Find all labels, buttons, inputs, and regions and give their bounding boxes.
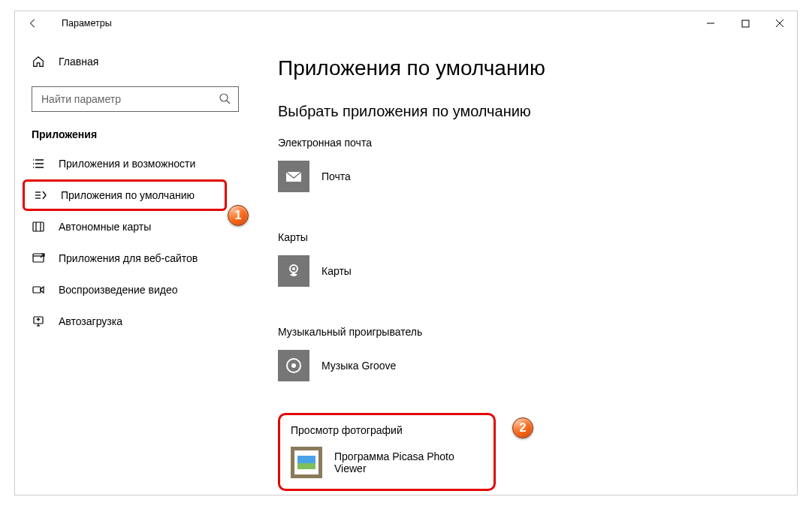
- sidebar-section-header: Приложения: [32, 128, 255, 140]
- sidebar-item-label: Приложения и возможности: [59, 158, 195, 170]
- annotation-badge-2: 2: [512, 417, 533, 438]
- category-maps-label: Карты: [278, 231, 774, 243]
- svg-line-5: [227, 101, 230, 104]
- groove-app-tile: [278, 350, 309, 381]
- maximize-icon: [741, 20, 750, 28]
- home-label: Главная: [59, 56, 98, 68]
- music-icon: [284, 356, 303, 375]
- sidebar-item-websites-apps[interactable]: Приложения для веб-сайтов: [15, 242, 255, 274]
- sidebar-item-label: Автономные карты: [59, 221, 151, 233]
- annotation-badge-1: 1: [228, 205, 249, 226]
- svg-rect-15: [33, 222, 44, 231]
- sidebar: Главная Приложения Приложения и возможно…: [15, 35, 255, 495]
- startup-icon: [32, 315, 45, 328]
- arrow-left-icon: [28, 18, 38, 29]
- titlebar: Параметры: [15, 11, 797, 35]
- home-icon: [32, 55, 45, 68]
- page-subtitle: Выбрать приложения по умолчанию: [278, 103, 774, 120]
- search-input[interactable]: [40, 92, 219, 106]
- default-apps-icon: [34, 188, 47, 202]
- category-email-label: Электронная почта: [278, 137, 774, 149]
- sidebar-item-video-playback[interactable]: Воспроизведение видео: [15, 274, 255, 306]
- maps-icon: [284, 261, 303, 281]
- maximize-button[interactable]: [728, 11, 762, 35]
- sidebar-item-label: Приложения по умолчанию: [61, 189, 195, 201]
- home-nav[interactable]: Главная: [15, 47, 255, 76]
- close-button[interactable]: [762, 11, 797, 35]
- sidebar-item-startup[interactable]: Автозагрузка: [15, 306, 255, 337]
- svg-rect-18: [33, 254, 44, 262]
- svg-point-26: [292, 267, 295, 270]
- svg-rect-20: [33, 287, 41, 293]
- sidebar-item-default-apps[interactable]: Приложения по умолчанию: [23, 179, 227, 211]
- app-name-label: Карты: [321, 265, 352, 277]
- app-name-label: Программа Picasa Photo Viewer: [334, 450, 483, 474]
- app-name-label: Почта: [321, 170, 351, 182]
- page-title: Приложения по умолчанию: [278, 56, 774, 80]
- picasa-app-tile: [291, 447, 322, 478]
- window-title: Параметры: [62, 18, 112, 29]
- category-music-label: Музыкальный проигрыватель: [278, 326, 774, 338]
- apps-list-icon: [32, 157, 45, 170]
- sidebar-item-label: Приложения для веб-сайтов: [59, 252, 198, 264]
- video-icon: [32, 283, 45, 297]
- close-icon: [775, 19, 784, 28]
- sidebar-item-label: Воспроизведение видео: [59, 284, 177, 296]
- minimize-icon: [706, 19, 715, 28]
- svg-point-4: [220, 94, 228, 101]
- default-app-music[interactable]: Музыка Groove: [278, 350, 774, 381]
- default-app-maps[interactable]: Карты: [278, 255, 774, 287]
- web-apps-icon: [32, 251, 45, 265]
- body: Главная Приложения Приложения и возможно…: [15, 35, 797, 495]
- minimize-button[interactable]: [693, 11, 728, 35]
- offline-maps-icon: [32, 220, 45, 233]
- search-box[interactable]: [32, 86, 239, 112]
- mail-icon: [284, 167, 303, 186]
- default-app-email[interactable]: Почта: [278, 161, 774, 192]
- svg-rect-1: [742, 20, 749, 27]
- back-button[interactable]: [15, 11, 51, 35]
- app-name-label: Музыка Groove: [321, 360, 396, 372]
- mail-app-tile: [278, 161, 309, 192]
- picasa-icon: [294, 450, 318, 474]
- window-controls: [693, 11, 797, 35]
- category-photos-callout: Просмотр фотографий Программа Picasa Pho…: [278, 413, 496, 491]
- maps-app-tile: [278, 255, 309, 287]
- sidebar-item-apps-features[interactable]: Приложения и возможности: [15, 148, 255, 179]
- category-photos-label: Просмотр фотографий: [291, 424, 483, 436]
- svg-point-28: [291, 363, 296, 368]
- search-icon: [219, 92, 231, 107]
- default-app-photos[interactable]: Программа Picasa Photo Viewer: [291, 447, 483, 478]
- sidebar-item-offline-maps[interactable]: Автономные карты: [15, 211, 255, 242]
- settings-window: Параметры Главная: [14, 11, 798, 495]
- sidebar-item-label: Автозагрузка: [59, 315, 122, 327]
